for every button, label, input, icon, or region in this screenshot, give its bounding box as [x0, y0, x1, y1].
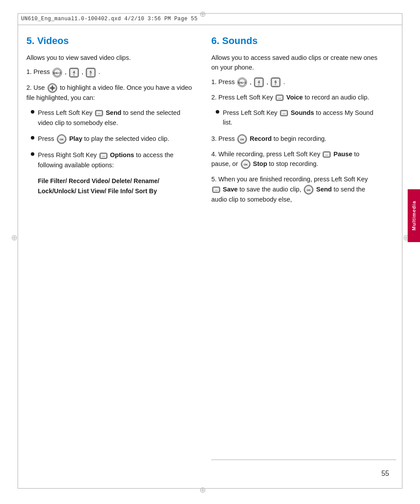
s6-step1-text: 1. Press — [211, 78, 235, 85]
svg-text:S: S — [258, 84, 260, 86]
s6-bullet1-prefix: Press Left Soft Key — [223, 109, 279, 116]
step2-prefix: 2. Use — [26, 84, 45, 91]
step1-text: 1. Press — [26, 68, 50, 75]
key-5d-icon: 5 D — [86, 68, 96, 77]
svg-text:—: — — [325, 153, 328, 156]
svg-text:—: — — [278, 96, 281, 99]
s6-step5-bold2: Send — [316, 186, 332, 193]
bullet-dot-3 — [31, 152, 34, 156]
section6-step2: 2. Press Left Soft Key — Voice to record… — [211, 92, 379, 102]
svg-text:OK: OK — [240, 138, 245, 141]
svg-text:F: F — [275, 84, 276, 86]
section5-title: 5. Videos — [26, 35, 194, 47]
svg-text:—: — — [98, 112, 101, 115]
svg-point-13 — [51, 87, 54, 89]
page-number: 55 — [381, 470, 389, 478]
s6-step2-bold: Voice — [286, 94, 303, 101]
s6-step4-text: 4. While recording, press Left Soft Key — [211, 151, 320, 158]
s6-step4-bold2: Stop — [253, 160, 267, 167]
left-soft-key-icon-1: — — [95, 110, 103, 116]
bullet1-bold: Send — [106, 109, 121, 116]
s6-step3-bold: Record — [250, 135, 272, 142]
section5-step2: 2. Use to highlight a video file. Once y… — [26, 83, 194, 103]
s6-bullet-1-content: Press Left Soft Key — Sounds to access M… — [223, 108, 379, 128]
s6-step3-rest: to begin recording. — [273, 135, 326, 142]
svg-text:—: — — [102, 154, 105, 157]
bullet-1-content: Press Left Soft Key — Send to send the s… — [38, 108, 194, 128]
bullet2-rest: to play the selected video clip. — [84, 135, 169, 142]
nav-icon — [48, 83, 57, 93]
left-soft-key-icon-s6-b1: — — [280, 110, 288, 116]
bullet2-bold: Play — [69, 135, 82, 142]
cross-bottom: ⊕ — [198, 486, 207, 494]
s6-step4-bold1: Pause — [333, 151, 352, 158]
bullet3-prefix: Press Right Soft Key — [38, 151, 99, 158]
section-5-videos: 5. Videos Allows you to view saved video… — [26, 35, 194, 210]
header-bar: UN610_Eng_manual1.0-100402.qxd 4/2/10 3:… — [18, 13, 402, 25]
ok-icon-s6-step3: OK — [237, 134, 247, 144]
bullet1-prefix: Press Left Soft Key — [38, 109, 94, 116]
section5-bullets: Press Left Soft Key — Send to send the s… — [31, 108, 194, 196]
bullet-1: Press Left Soft Key — Send to send the s… — [31, 108, 194, 128]
section6-bullets: Press Left Soft Key — Sounds to access M… — [216, 108, 379, 128]
svg-text:OK: OK — [243, 163, 248, 166]
svg-text:—: — — [283, 111, 286, 114]
menu-ok-icon-1: MENU OK — [52, 68, 62, 77]
section6-title: 6. Sounds — [211, 35, 379, 47]
section6-step4: 4. While recording, press Left Soft Key … — [211, 149, 379, 169]
s6-step2-rest: to record an audio clip. — [305, 94, 369, 101]
header-text: UN610_Eng_manual1.0-100402.qxd 4/2/10 3:… — [21, 16, 198, 22]
s6-step3-prefix: 3. Press — [211, 135, 235, 142]
ok-icon-s6-step5: OK — [304, 185, 313, 195]
s6-step5-mid: to save the audio clip, — [239, 186, 301, 193]
options-block: File Filter/ Record Video/ Delete/ Renam… — [38, 176, 194, 196]
s6-bullet1-bold: Sounds — [291, 109, 314, 116]
ok-icon-bullet2: OK — [57, 134, 66, 144]
section6-step3: 3. Press OK Record to begin recording. — [211, 134, 379, 144]
section6-step1: 1. Press MENU OK , 4 S — [211, 77, 379, 87]
s6-step5-bold1: Save — [223, 186, 238, 193]
ok-icon-s6-step4: OK — [241, 159, 251, 169]
side-tab: Multimedia — [408, 189, 420, 242]
page-wrapper: ⊕ ⊕ ⊕ ⊕ UN610_Eng_manual1.0-100402.qxd 4… — [0, 0, 420, 504]
section5-intro: Allows you to view saved video clips. — [26, 53, 194, 63]
key-4s-icon: 4 S — [69, 68, 79, 77]
key-6f-icon-s6: 6 F — [271, 77, 280, 87]
two-column-layout: 5. Videos Allows you to view saved video… — [26, 35, 396, 210]
side-tab-label: Multimedia — [411, 201, 416, 230]
section-6-sounds: 6. Sounds Allows you to access saved aud… — [211, 35, 379, 210]
left-soft-key-icon-s6-step4: — — [323, 151, 331, 158]
bullet-dot-2 — [31, 136, 34, 140]
section6-intro: Allows you to access saved audio clips o… — [211, 53, 379, 73]
key-4s-icon-s6: 4 S — [254, 77, 264, 87]
svg-text:MENU OK: MENU OK — [238, 81, 246, 84]
svg-text:OK: OK — [307, 189, 311, 191]
s6-step4-rest: to stop recording. — [269, 160, 318, 167]
bullet-3-content: Press Right Soft Key — Options to access… — [38, 150, 194, 170]
svg-text:OK: OK — [60, 138, 64, 141]
s6-bullet-dot-1 — [216, 110, 219, 114]
bullet-dot-1 — [31, 110, 34, 114]
menu-ok-icon-s6: MENU OK — [237, 77, 247, 87]
s6-step5-text: 5. When you are finished recording, pres… — [211, 176, 368, 183]
bullet-2-content: Press OK Play to play the selected video… — [38, 134, 169, 144]
bullet2-prefix: Press — [38, 135, 56, 142]
content-area: 5. Videos Allows you to view saved video… — [26, 35, 396, 210]
left-soft-key-icon-s6-step5: — — [212, 187, 220, 193]
left-soft-key-icon-s6-step2: — — [276, 95, 284, 101]
s6-bullet-1: Press Left Soft Key — Sounds to access M… — [216, 108, 379, 128]
svg-text:MENU OK: MENU OK — [53, 72, 61, 74]
bullet3-bold: Options — [110, 151, 134, 158]
bottom-rule — [211, 460, 396, 460]
right-soft-key-icon-1: — — [99, 153, 107, 159]
s6-step2-text: 2. Press Left Soft Key — [211, 94, 273, 101]
svg-text:S: S — [74, 74, 75, 76]
bullet-2: Press OK Play to play the selected video… — [31, 134, 194, 144]
cross-left: ⊕ — [10, 233, 18, 242]
svg-text:—: — — [215, 188, 218, 191]
section6-step5: 5. When you are finished recording, pres… — [211, 174, 379, 204]
bullet-3: Press Right Soft Key — Options to access… — [31, 150, 194, 170]
section5-step1: 1. Press MENU OK , 4 S — [26, 67, 194, 77]
